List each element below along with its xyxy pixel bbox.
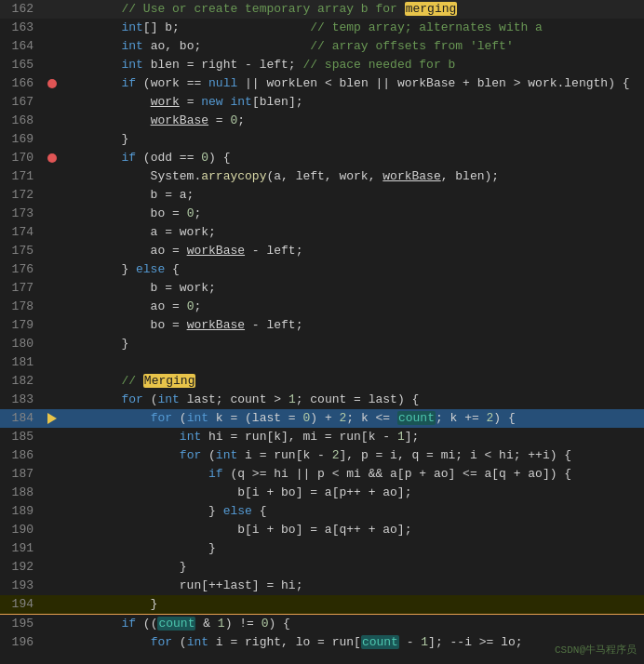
line-content: if ((count & 1) != 0) {: [60, 615, 644, 633]
line-content: int blen = right - left; // space needed…: [60, 56, 644, 74]
line-gutter: [45, 130, 60, 149]
line-gutter: [45, 446, 60, 465]
line-gutter: [45, 298, 60, 316]
line-number: 176: [0, 260, 45, 279]
line-gutter: [45, 112, 60, 130]
line-gutter: [45, 93, 60, 112]
line-number: 163: [0, 19, 45, 37]
line-content: for (int k = (last = 0) + 2; k <= count;…: [60, 409, 644, 428]
line-gutter: [45, 74, 60, 93]
line-number: 189: [0, 502, 45, 521]
line-gutter: [45, 316, 60, 335]
line-number: 167: [0, 93, 45, 112]
code-line: 171 System.arraycopy(a, left, work, work…: [0, 167, 644, 186]
line-gutter: [45, 633, 60, 652]
line-number: 180: [0, 335, 45, 353]
line-gutter: [45, 409, 60, 428]
line-number: 182: [0, 372, 45, 391]
line-content: bo = workBase - left;: [60, 316, 644, 335]
line-gutter: [45, 502, 60, 521]
code-line: 175 ao = workBase - left;: [0, 242, 644, 260]
line-content: }: [60, 335, 644, 353]
line-content: }: [60, 539, 644, 558]
line-content: int[] b; // temp array; alternates with …: [60, 19, 644, 37]
code-line: 192 }: [0, 558, 644, 577]
line-gutter: [45, 391, 60, 409]
code-line: 176 } else {: [0, 260, 644, 279]
line-content: if (work == null || workLen < blen || wo…: [60, 74, 644, 93]
line-gutter: [45, 167, 60, 186]
line-number: 185: [0, 428, 45, 446]
line-content: b = a;: [60, 186, 644, 205]
code-line: 169 }: [0, 130, 644, 149]
code-line: 179 bo = workBase - left;: [0, 316, 644, 335]
line-number: 194: [0, 595, 45, 614]
line-number: 179: [0, 316, 45, 335]
code-line: 183 for (int last; count > 1; count = la…: [0, 391, 644, 409]
code-line: 174 a = work;: [0, 223, 644, 242]
line-content: b[i + bo] = a[q++ + ao];: [60, 521, 644, 539]
line-number: 170: [0, 149, 45, 167]
line-number: 165: [0, 56, 45, 74]
code-line: 164 int ao, bo; // array offsets from 'l…: [0, 37, 644, 56]
line-number: 190: [0, 521, 45, 539]
line-number: 196: [0, 633, 45, 652]
line-number: 166: [0, 74, 45, 93]
line-gutter: [45, 0, 60, 19]
line-gutter: [45, 19, 60, 37]
line-number: 178: [0, 298, 45, 316]
line-number: 177: [0, 279, 45, 298]
code-line: 185 int hi = run[k], mi = run[k - 1];: [0, 428, 644, 446]
line-content: [60, 353, 644, 372]
code-line: 173 bo = 0;: [0, 205, 644, 223]
line-content: } else {: [60, 260, 644, 279]
line-content: ao = 0;: [60, 298, 644, 316]
line-gutter: [45, 577, 60, 595]
line-number: 162: [0, 0, 45, 19]
line-gutter: [45, 539, 60, 558]
breakpoint-icon[interactable]: [47, 79, 57, 88]
code-line: 188 b[i + bo] = a[p++ + ao];: [0, 484, 644, 502]
line-number: 181: [0, 353, 45, 372]
line-content: int ao, bo; // array offsets from 'left': [60, 37, 644, 56]
line-number: 172: [0, 186, 45, 205]
code-line: 166 if (work == null || workLen < blen |…: [0, 74, 644, 93]
line-number: 193: [0, 577, 45, 595]
code-line: 178 ao = 0;: [0, 298, 644, 316]
line-number: 175: [0, 242, 45, 260]
line-gutter: [45, 186, 60, 205]
code-line: 184 for (int k = (last = 0) + 2; k <= co…: [0, 409, 644, 428]
line-gutter: [45, 149, 60, 167]
line-number: 195: [0, 615, 45, 633]
code-line: 168 workBase = 0;: [0, 112, 644, 130]
line-content: } else {: [60, 502, 644, 521]
line-content: workBase = 0;: [60, 112, 644, 130]
line-content: int hi = run[k], mi = run[k - 1];: [60, 428, 644, 446]
code-editor: 162 // Use or create temporary array b f…: [0, 0, 644, 652]
line-content: bo = 0;: [60, 205, 644, 223]
line-gutter: [45, 428, 60, 446]
line-gutter: [45, 37, 60, 56]
code-line: 172 b = a;: [0, 186, 644, 205]
code-line: 163 int[] b; // temp array; alternates w…: [0, 19, 644, 37]
code-line: 170 if (odd == 0) {: [0, 149, 644, 167]
line-gutter: [45, 558, 60, 577]
code-line: 182 // Merging: [0, 372, 644, 391]
line-number: 168: [0, 112, 45, 130]
code-line: 194 }: [0, 595, 644, 615]
line-number: 188: [0, 484, 45, 502]
code-line: 190 b[i + bo] = a[q++ + ao];: [0, 521, 644, 539]
line-content: run[++last] = hi;: [60, 577, 644, 595]
line-content: if (q >= hi || p < mi && a[p + ao] <= a[…: [60, 465, 644, 484]
line-gutter: [45, 521, 60, 539]
line-gutter: [45, 335, 60, 353]
breakpoint-icon[interactable]: [47, 153, 57, 163]
code-line: 191 }: [0, 539, 644, 558]
line-number: 187: [0, 465, 45, 484]
line-number: 184: [0, 409, 45, 428]
code-line: 193 run[++last] = hi;: [0, 577, 644, 595]
code-line: 187 if (q >= hi || p < mi && a[p + ao] <…: [0, 465, 644, 484]
line-gutter: [45, 279, 60, 298]
line-gutter: [45, 56, 60, 74]
code-line: 167 work = new int[blen];: [0, 93, 644, 112]
